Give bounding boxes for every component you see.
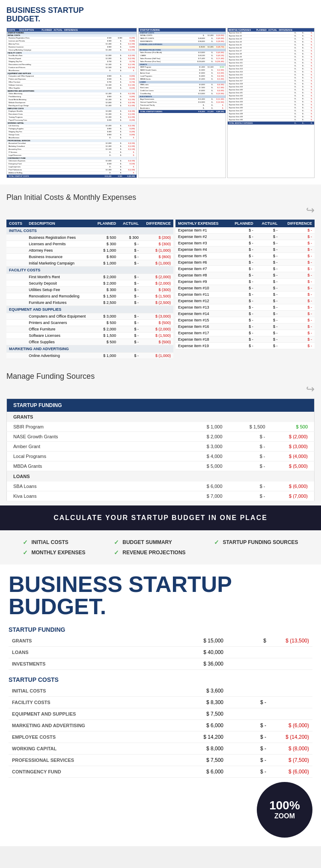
- table-row: Expense item #19$ -$ -$ -: [175, 342, 315, 349]
- table-row: Expense Item #13$ -$ -$ -: [175, 304, 315, 310]
- table-row: GRANTS $ 15,000 $ $ (13,500): [9, 635, 312, 647]
- section-header-equipment: EQUIPMENT AND SUPPLIES: [6, 306, 173, 313]
- table-row: Expense Item #6$ -$ -$ -: [175, 259, 315, 265]
- startup-costs-header: STARTUP COSTS: [9, 676, 312, 683]
- table-row: Expense Item #11$ -$ -$ -: [175, 291, 315, 297]
- table-row: Office Furniture $ 2,000 $ - $ (2,000): [6, 326, 173, 332]
- dark-banner: CALCULATE YOUR STARTUP BUDGET IN ONE PLA…: [0, 505, 321, 530]
- section-overview: BUSINESS STARTUP BUDGET. COSTS DESCRIPTI…: [0, 0, 321, 184]
- table-row: Business Insurance $ 800 $ - $ (800): [6, 253, 173, 260]
- grants-label: GRANTS: [7, 412, 315, 422]
- table-row: Software Licenses $ 1,500 $ - $ (1,500): [6, 332, 173, 339]
- col-difference: DIFFERENCE: [141, 220, 173, 227]
- startup-costs-table: INITIAL COSTS $ 3,600 FACILITY COSTS $ 8…: [9, 685, 312, 778]
- table-row: Expense Item #3$ -$ -$ -: [175, 240, 315, 246]
- feature-label-1: INITIAL COSTS: [31, 539, 68, 545]
- funding-sources-table: STARTUP FUNDING GRANTS SBIR Program $ 1,…: [6, 398, 315, 501]
- table-row: FACILITY COSTS $ 8,300 $ -: [9, 696, 312, 708]
- costs-table-container: COSTS DESCRIPTION PLANNED ACTUAL DIFFERE…: [6, 220, 173, 359]
- col-difference-monthly: DIFFERENCE: [280, 220, 315, 227]
- section-header-marketing: MARKETING AND ADVERTISING: [6, 345, 173, 352]
- table-row: Expense Item #5$ -$ -$ -: [175, 253, 315, 259]
- list-item: SBA Loans $ 6,000 $ - $ (6,000): [7, 482, 315, 491]
- list-item: NASE Growth Grants $ 2,000 $ - $ (2,000): [7, 431, 315, 441]
- col-actual-monthly: ACTUAL: [256, 220, 280, 227]
- col-description: DESCRIPTION: [26, 220, 93, 227]
- table-row: Printers and Scanners $ 500 $ - $ (500): [6, 319, 173, 326]
- table-row: First Month's Rent $ 2,000 $ - $ (2,000): [6, 273, 173, 280]
- startup-funding-header: STARTUP FUNDING: [9, 626, 312, 633]
- table-row: Expense Item #17$ -$ -$ -: [175, 330, 315, 336]
- table-row: Utilities Setup Fee $ 300 $ - $ (300): [6, 286, 173, 293]
- list-item: Amber Grant $ 3,000 $ - $ (3,000): [7, 441, 315, 451]
- grants-header-row: GRANTS: [7, 412, 315, 422]
- monthly-expenses-detail-table: MONTHLY EXPENSES PLANNED ACTUAL DIFFEREN…: [175, 220, 315, 349]
- section-manage-funding: Manage Funding Sources ↪ STARTUP FUNDING…: [0, 363, 321, 505]
- feature-title-2: Manage Funding Sources: [6, 372, 315, 381]
- table-row: Expense Item #8$ -$ -$ -: [175, 272, 315, 278]
- features-col-3: ✓ STARTUP FUNDING SOURCES: [214, 539, 298, 556]
- big-title: BUSINESS STARTUP BUDGET.: [9, 573, 312, 618]
- funding-main-header: STARTUP FUNDING: [7, 398, 315, 412]
- list-item: SBIR Program $ 1,000 $ 1,500 $ 500: [7, 422, 315, 432]
- table-row: LOANS $ 40,000: [9, 646, 312, 658]
- zoom-badge-container: 100% ZOOM: [9, 782, 312, 838]
- table-row: Office Supplies $ 500 $ - $ (500): [6, 339, 173, 345]
- funding-main-header-row: STARTUP FUNDING: [7, 398, 315, 412]
- costs-detail-table: COSTS DESCRIPTION PLANNED ACTUAL DIFFERE…: [6, 220, 173, 359]
- feature-revenue-projections: ✓ REVENUE PROJECTIONS: [114, 549, 185, 556]
- feature-startup-funding: ✓ STARTUP FUNDING SOURCES: [214, 539, 298, 546]
- table-row: Expense Item #14$ -$ -$ -: [175, 310, 315, 317]
- list-item: Kiva Loans $ 7,000 $ - $ (7,000): [7, 491, 315, 501]
- table-row: Expense Item #7$ -$ -$ -: [175, 265, 315, 272]
- detail-tables-container: COSTS DESCRIPTION PLANNED ACTUAL DIFFERE…: [6, 220, 315, 359]
- table-row: Security Deposit $ 2,000 $ - $ (2,000): [6, 280, 173, 286]
- feature-title-1: Plan Initial Costs & Monthly Expenses: [6, 193, 315, 202]
- table-row: Expense Item #9$ -$ -$ -: [175, 278, 315, 285]
- table-row: Expense Item #12$ -$ -$ -: [175, 297, 315, 304]
- col-actual: ACTUAL: [119, 220, 141, 227]
- table-row: MARKETING AND ADVERTISING $ 6,000 $ - $ …: [9, 719, 312, 731]
- table-row: CONTINGENCY FUND $ 6,000 $ - $ (6,000): [9, 766, 312, 777]
- table-row: Expense Item #10$ -$ -$ -: [175, 285, 315, 291]
- table-row: Renovations and Remodeling $ 1,500 $ - $…: [6, 293, 173, 299]
- table-row: INITIAL COSTS $ 3,600: [9, 685, 312, 697]
- arrow-down-right-2: ↪: [6, 383, 315, 395]
- feature-label-4: REVENUE PROJECTIONS: [122, 550, 185, 556]
- features-section: ✓ INITIAL COSTS ✓ MONTHLY EXPENSES ✓ BUD…: [0, 530, 321, 565]
- zoom-percent: 100%: [269, 799, 300, 812]
- table-row: Computers and Office Equipment $ 3,000 $…: [6, 313, 173, 319]
- table-row: Expense Item #16$ -$ -$ -: [175, 323, 315, 330]
- table-row: INVESTMENTS $ 36,000: [9, 658, 312, 669]
- section-header-facility: FACILITY COSTS: [6, 266, 173, 273]
- feature-label-2: MONTHLY EXPENSES: [31, 550, 85, 556]
- table-row: Expense Item #15$ -$ -$ -: [175, 317, 315, 323]
- table-row: EMPLOYEE COSTS $ 14,200 $ - $ (14,200): [9, 731, 312, 743]
- list-item: Local Programs $ 4,000 $ - $ (4,000): [7, 451, 315, 461]
- col-planned-monthly: PLANNED: [228, 220, 256, 227]
- zoom-badge: 100% ZOOM: [257, 782, 312, 838]
- table-row: Furniture and Fixtures $ 2,500 $ - $ (2,…: [6, 299, 173, 306]
- startup-funding-table: GRANTS $ 15,000 $ $ (13,500) LOANS $ 40,…: [9, 635, 312, 670]
- loans-label: LOANS: [7, 471, 315, 482]
- table-row: WORKING CAPITAL $ 8,000 $ - $ (8,000): [9, 743, 312, 754]
- table-row: PROFESSIONAL SERVICES $ 7,500 $ - $ (7,5…: [9, 754, 312, 766]
- check-icon-4: ✓: [114, 549, 119, 556]
- feature-label-3: BUDGET SUMMARY: [122, 539, 172, 545]
- table-row: Expense Item #1$ -$ -$ -: [175, 227, 315, 234]
- feature-initial-costs: ✓ INITIAL COSTS: [23, 539, 85, 546]
- check-icon-2: ✓: [23, 549, 28, 556]
- check-icon-5: ✓: [214, 539, 219, 546]
- feature-monthly-expenses: ✓ MONTHLY EXPENSES: [23, 549, 85, 556]
- section-bottom: BUSINESS STARTUP BUDGET. STARTUP FUNDING…: [0, 565, 321, 846]
- table-row: Licenses and Permits $ 300 $ - $ (300): [6, 241, 173, 247]
- table-row: Online Advertising $ 1,000 $ - $ (1,000): [6, 352, 173, 359]
- section-header-initial: INITIAL COSTS: [6, 227, 173, 235]
- main-title: BUSINESS STARTUP BUDGET.: [6, 6, 315, 24]
- col-costs: COSTS: [6, 220, 26, 227]
- section-plan-costs: Plan Initial Costs & Monthly Expenses ↪ …: [0, 184, 321, 363]
- table-row: Attorney Fees $ 1,000 $ - $ (1,000): [6, 247, 173, 253]
- col-planned: PLANNED: [93, 220, 119, 227]
- table-row: Initial Marketing Campaign $ 1,000 $ - $…: [6, 260, 173, 266]
- check-icon-1: ✓: [23, 539, 28, 546]
